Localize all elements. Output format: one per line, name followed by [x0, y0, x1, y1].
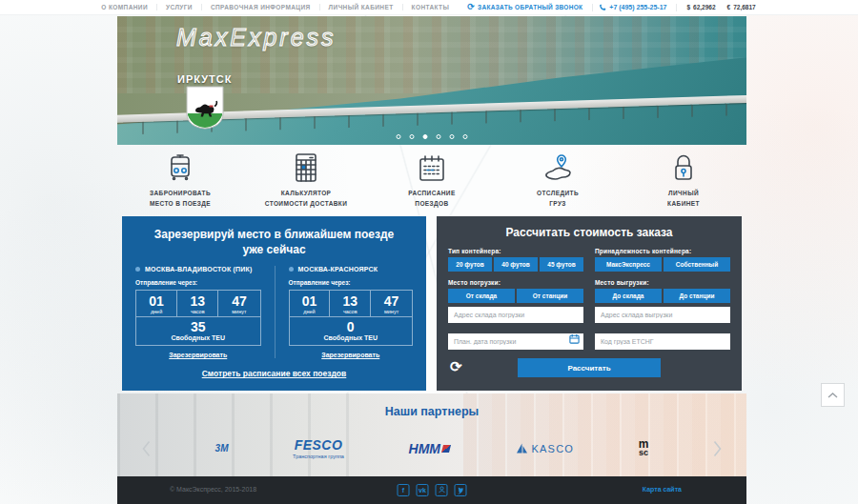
- calculator-icon: [291, 152, 321, 183]
- full-schedule-link[interactable]: Смотреть расписание всех поездов: [122, 369, 426, 378]
- container-type-label: Тип контейнера:: [448, 248, 583, 254]
- service-personal-account[interactable]: ЛИЧНЫЙКАБИНЕТ: [621, 149, 746, 212]
- partner-kasco-logo[interactable]: KASCO: [515, 443, 575, 454]
- odnoklassniki-glyph: [438, 486, 445, 494]
- carousel-right-icon[interactable]: [713, 440, 722, 457]
- maxexpress-logo: MaxExpress: [176, 24, 337, 51]
- odnoklassniki-icon[interactable]: [436, 484, 448, 496]
- nav-services[interactable]: УСЛУГИ: [157, 4, 202, 10]
- usd-value: 62,2962: [693, 4, 716, 10]
- slider-dot-4[interactable]: [437, 134, 441, 139]
- ownership-maxexpress-button[interactable]: МаксЭкспресс: [595, 257, 662, 272]
- type-40ft-button[interactable]: 40 футов: [494, 257, 538, 272]
- partner-3m-logo[interactable]: 3M: [215, 443, 229, 454]
- countdown: 01 дней 13 часов 47 минут 35 Свободных T…: [135, 290, 261, 346]
- reserve-link[interactable]: Зарезервировать: [135, 352, 261, 358]
- countdown-hours: 13 часов: [177, 291, 218, 316]
- nav-contacts[interactable]: КОНТАКТЫ: [403, 4, 459, 10]
- service-train-schedule[interactable]: РАСПИСАНИЕПОЕЗДОВ: [369, 149, 495, 212]
- service-track-cargo[interactable]: ОТСЛЕДИТЬГРУЗ: [495, 149, 621, 212]
- reserve-title: Зарезервируй место в ближайшем поезде уж…: [122, 216, 426, 257]
- unloading-address-input[interactable]: [595, 307, 730, 323]
- countdown-days: 01 дней: [136, 291, 177, 316]
- twitter-icon[interactable]: [455, 484, 467, 496]
- footer: © МаксЭкспресс, 2015-2018 f vk Карта сай…: [117, 476, 746, 504]
- reserve-panel: Зарезервируй место в ближайшем поезде уж…: [122, 216, 426, 391]
- service-label: ЗАБРОНИРОВАТЬМЕСТО В ПОЕЗДЕ: [150, 188, 211, 209]
- slider-dot-5[interactable]: [450, 134, 455, 139]
- countdown-days: 01 дней: [290, 291, 331, 316]
- service-label: КАЛЬКУЛЯТОРСТОИМОСТИ ДОСТАВКИ: [265, 188, 348, 209]
- departure-label: Отправление через:: [135, 279, 261, 286]
- calculator-actions: ⟳ Рассчитать: [448, 358, 730, 377]
- social-links: f vk: [398, 484, 467, 496]
- from-station-button[interactable]: От станции: [517, 289, 583, 303]
- loading-place-label: Место погрузки:: [448, 279, 583, 286]
- vk-icon[interactable]: vk: [417, 484, 429, 496]
- page: О КОМПАНИИ УСЛУГИ СПРАВОЧНАЯ ИНФОРМАЦИЯ …: [0, 0, 858, 504]
- unloading-place-field: Место выгрузки: До склада До станции: [595, 279, 730, 323]
- hmm-flag-icon: [441, 445, 451, 453]
- type-45ft-button[interactable]: 45 футов: [540, 257, 583, 272]
- topbar: О КОМПАНИИ УСЛУГИ СПРАВОЧНАЯ ИНФОРМАЦИЯ …: [0, 0, 858, 15]
- eur-value: 72,6817: [733, 4, 756, 10]
- partners-logos: 3M FESCO Транспортная группа HMM KASCO m…: [117, 437, 746, 459]
- scroll-to-top-button[interactable]: [821, 383, 845, 407]
- service-book-train[interactable]: ЗАБРОНИРОВАТЬМЕСТО В ПОЕЗДЕ: [117, 149, 243, 212]
- reserve-link[interactable]: Зарезервировать: [289, 352, 414, 358]
- slider-dot-1[interactable]: [397, 134, 401, 139]
- phone-link[interactable]: +7 (495) 255-25-17: [592, 4, 677, 11]
- cargo-code-field: [595, 331, 730, 350]
- calculate-button[interactable]: Рассчитать: [518, 358, 661, 377]
- calendar-icon: [417, 152, 447, 183]
- countdown-minutes: 47 минут: [371, 291, 412, 316]
- chevron-up-icon: [827, 393, 838, 398]
- nav-about[interactable]: О КОМПАНИИ: [92, 4, 157, 10]
- ownership-own-button[interactable]: Собственный: [664, 257, 730, 272]
- partner-fesco-logo[interactable]: FESCO Транспортная группа: [293, 437, 344, 459]
- twitter-bird-glyph: [457, 487, 465, 494]
- reset-icon[interactable]: ⟳: [450, 359, 462, 373]
- from-warehouse-button[interactable]: От склада: [448, 289, 515, 303]
- loading-date-input[interactable]: [448, 333, 583, 350]
- partner-msc-logo[interactable]: m sc: [639, 440, 649, 456]
- slider-dot-3-active[interactable]: [423, 134, 428, 139]
- route-name: МОСКВА-КРАСНОЯРСК: [289, 266, 414, 272]
- slider-dot-6[interactable]: [463, 134, 468, 139]
- unloading-place-label: Место выгрузки:: [595, 279, 730, 286]
- to-warehouse-button[interactable]: До склада: [595, 289, 662, 303]
- facebook-icon[interactable]: f: [398, 484, 410, 496]
- train-moscow-krasnoyarsk: МОСКВА-КРАСНОЯРСК Отправление через: 01 …: [275, 266, 427, 358]
- partners-title: Наши партнеры: [117, 405, 746, 418]
- nav-reference[interactable]: СПРАВОЧНАЯ ИНФОРМАЦИЯ: [202, 4, 320, 10]
- cargo-code-input[interactable]: [595, 333, 730, 350]
- service-label: ОТСЛЕДИТЬГРУЗ: [537, 188, 579, 209]
- date-picker-icon[interactable]: [569, 333, 580, 344]
- trains-row: МОСКВА-ВЛАДИВОСТОК (ПИК) Отправление чер…: [122, 266, 426, 358]
- callback-refresh-icon: ⟳: [467, 3, 475, 11]
- train-icon: [165, 152, 195, 183]
- service-label: ЛИЧНЫЙКАБИНЕТ: [667, 188, 700, 209]
- type-20ft-button[interactable]: 20 футов: [448, 257, 492, 272]
- slider-dot-2[interactable]: [410, 134, 415, 139]
- sitemap-link[interactable]: Карта сайта: [643, 486, 682, 493]
- carousel-left-icon[interactable]: [142, 440, 151, 457]
- calculator-title: Рассчитать стоимость заказа: [448, 226, 730, 239]
- service-label: РАСПИСАНИЕПОЕЗДОВ: [408, 188, 455, 209]
- loading-address-input[interactable]: [448, 307, 583, 323]
- currency-rates: $ 62,2962 € 72,6817: [677, 4, 765, 10]
- countdown-minutes: 47 минут: [218, 291, 259, 316]
- nav-account[interactable]: ЛИЧНЫЙ КАБИНЕТ: [320, 4, 403, 10]
- callback-label: ЗАКАЗАТЬ ОБРАТНЫЙ ЗВОНОК: [478, 4, 582, 10]
- partner-hmm-logo[interactable]: HMM: [409, 441, 450, 456]
- callback-button[interactable]: ⟳ ЗАКАЗАТЬ ОБРАТНЫЙ ЗВОНОК: [458, 3, 592, 11]
- kasco-sail-icon: [515, 443, 528, 454]
- loading-place-field: Место погрузки: От склада От станции: [448, 279, 583, 323]
- services-row: ЗАБРОНИРОВАТЬМЕСТО В ПОЕЗДЕ КАЛЬКУЛЯТОРС…: [117, 149, 746, 212]
- train-moscow-vladivostok: МОСКВА-ВЛАДИВОСТОК (ПИК) Отправление чер…: [122, 266, 275, 358]
- route-name: МОСКВА-ВЛАДИВОСТОК (ПИК): [135, 266, 261, 272]
- to-station-button[interactable]: До станции: [664, 289, 730, 303]
- service-cost-calculator[interactable]: КАЛЬКУЛЯТОРСТОИМОСТИ ДОСТАВКИ: [243, 149, 369, 212]
- hero-city-label: ИРКУТСК: [177, 73, 232, 85]
- free-teu: 35 Свободных TEU: [136, 316, 260, 345]
